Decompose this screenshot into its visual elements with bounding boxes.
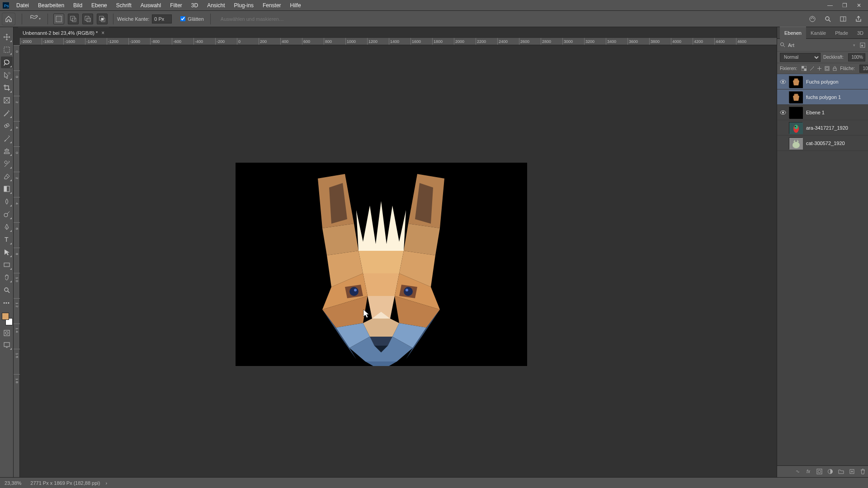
history-brush-tool[interactable]	[1, 158, 13, 169]
lock-pixels-icon[interactable]	[809, 65, 814, 72]
lock-artboard-icon[interactable]	[825, 65, 830, 72]
eraser-tool[interactable]	[1, 170, 13, 182]
layer-name-label[interactable]: Fuchs polygon	[806, 79, 839, 84]
lock-position-icon[interactable]	[817, 65, 822, 72]
share-button[interactable]	[853, 13, 864, 25]
menu-hilfe[interactable]: Hilfe	[286, 0, 306, 11]
new-layer-icon[interactable]	[848, 468, 855, 475]
search-icon[interactable]	[822, 13, 834, 25]
menu-auswahl[interactable]: Auswahl	[136, 0, 165, 11]
filter-pixel-icon[interactable]	[860, 41, 865, 49]
pen-tool[interactable]	[1, 221, 13, 233]
add-mask-icon[interactable]	[816, 468, 823, 475]
layer-name-label[interactable]: Ebene 1	[806, 110, 825, 115]
document-tab[interactable]: Unbenannt-2 bei 23,4% (RGB/8) * ×	[18, 27, 109, 38]
layer-name-label[interactable]: fuchs polygon 1	[806, 94, 841, 100]
layers-list[interactable]: Fuchs polygonfuchs polygon 1Ebene 1ara-3…	[777, 74, 868, 465]
fill-input[interactable]	[859, 65, 868, 73]
delete-layer-icon[interactable]	[859, 468, 866, 475]
layer-row[interactable]: fuchs polygon 1	[777, 89, 868, 105]
menu-plugins[interactable]: Plug-ins	[230, 0, 258, 11]
menu-bearbeiten[interactable]: Bearbeiten	[33, 0, 69, 11]
link-layers-icon[interactable]	[794, 468, 801, 475]
horizontal-ruler[interactable]: -2000-1800-1600-1400-1200-1000-800-600-4…	[20, 38, 777, 45]
healing-brush-tool[interactable]	[1, 120, 13, 131]
active-tool-icon[interactable]: ▾	[28, 13, 41, 25]
brush-tool[interactable]	[1, 132, 13, 144]
quick-selection-tool[interactable]	[1, 69, 13, 81]
new-adjustment-icon[interactable]	[826, 468, 834, 475]
zoom-tool[interactable]	[1, 284, 13, 296]
layer-thumbnail[interactable]	[789, 76, 802, 88]
layer-row[interactable]: Fuchs polygon	[777, 74, 868, 89]
blend-mode-select[interactable]: Normal	[780, 53, 821, 62]
layer-thumbnail[interactable]	[789, 91, 802, 103]
tab-3d[interactable]: 3D	[853, 27, 868, 39]
lasso-tool[interactable]	[1, 56, 13, 68]
dodge-tool[interactable]	[1, 208, 13, 220]
hand-tool[interactable]	[1, 272, 13, 283]
layer-row[interactable]: Ebene 1	[777, 105, 868, 120]
menu-schrift[interactable]: Schrift	[112, 0, 136, 11]
selection-intersect-button[interactable]	[97, 14, 108, 24]
color-swatches[interactable]	[1, 312, 13, 325]
canvas-viewport[interactable]	[20, 45, 777, 477]
path-selection-tool[interactable]	[1, 246, 13, 258]
feather-input[interactable]	[152, 14, 172, 23]
layer-fx-icon[interactable]: fx	[805, 468, 812, 475]
close-tab-icon[interactable]: ×	[101, 28, 104, 38]
window-minimize-button[interactable]: —	[823, 0, 837, 11]
status-docinfo[interactable]: 2771 Px x 1869 Px (182,88 ppi)	[30, 480, 100, 486]
crop-tool[interactable]	[1, 82, 13, 94]
menu-ansicht[interactable]: Ansicht	[203, 0, 229, 11]
selection-add-button[interactable]	[68, 14, 79, 24]
layer-visibility-toggle[interactable]	[779, 139, 787, 147]
window-close-button[interactable]: ✕	[852, 0, 866, 11]
cloud-documents-icon[interactable]	[807, 13, 818, 25]
opacity-input[interactable]	[848, 53, 865, 61]
layer-row[interactable]: cat-300572_1920	[777, 136, 868, 151]
antialias-checkbox[interactable]	[180, 16, 186, 22]
vertical-ruler[interactable]: 0024024681 01 21 41 61 8	[14, 45, 20, 477]
layer-thumbnail[interactable]	[789, 122, 802, 134]
marquee-tool[interactable]	[1, 44, 13, 56]
tab-layers[interactable]: Ebenen	[780, 27, 806, 39]
blur-tool[interactable]	[1, 196, 13, 207]
workspace-switcher-icon[interactable]	[837, 13, 849, 25]
status-menu-chevron-icon[interactable]: ›	[105, 480, 107, 486]
status-zoom[interactable]: 23,38%	[5, 480, 21, 486]
type-tool[interactable]: T	[1, 234, 13, 245]
menu-bild[interactable]: Bild	[69, 0, 87, 11]
layer-visibility-toggle[interactable]	[779, 108, 787, 117]
selection-new-button[interactable]	[53, 14, 64, 24]
quick-mask-button[interactable]	[2, 328, 12, 338]
menu-filter[interactable]: Filter	[165, 0, 187, 11]
tab-paths[interactable]: Pfade	[830, 27, 853, 39]
home-button[interactable]	[2, 13, 15, 25]
screen-mode-button[interactable]	[1, 339, 13, 351]
menu-3d[interactable]: 3D	[187, 0, 203, 11]
layer-thumbnail[interactable]	[789, 137, 802, 149]
layer-filter-input[interactable]	[788, 42, 850, 48]
lock-transparency-icon[interactable]	[802, 65, 807, 72]
menu-fenster[interactable]: Fenster	[258, 0, 286, 11]
layer-visibility-toggle[interactable]	[779, 78, 787, 86]
layer-visibility-toggle[interactable]	[779, 93, 787, 101]
edit-toolbar-button[interactable]: •••	[1, 297, 13, 309]
menu-ebene[interactable]: Ebene	[87, 0, 112, 11]
new-group-icon[interactable]	[837, 468, 844, 475]
layer-thumbnail[interactable]	[789, 107, 802, 118]
window-restore-button[interactable]: ❐	[837, 0, 852, 11]
gradient-tool[interactable]	[1, 183, 13, 195]
lock-all-icon[interactable]	[832, 65, 837, 72]
layer-row[interactable]: ara-3417217_1920	[777, 120, 868, 136]
document-canvas[interactable]	[236, 163, 527, 366]
eyedropper-tool[interactable]	[1, 107, 13, 119]
layer-visibility-toggle[interactable]	[779, 124, 787, 132]
clone-stamp-tool[interactable]	[1, 145, 13, 157]
frame-tool[interactable]	[1, 94, 13, 106]
rectangle-tool[interactable]	[1, 259, 13, 271]
layer-name-label[interactable]: ara-3417217_1920	[806, 125, 848, 131]
layer-name-label[interactable]: cat-300572_1920	[806, 141, 845, 146]
move-tool[interactable]	[1, 31, 13, 43]
